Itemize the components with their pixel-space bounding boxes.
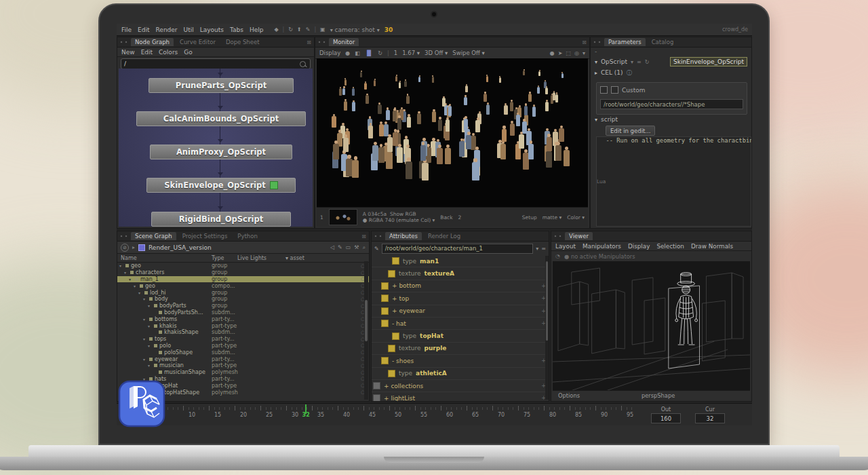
edit-in-gedit-button[interactable]: Edit in gedit...: [606, 126, 655, 136]
menu-item[interactable]: Render: [155, 26, 178, 33]
panel-tab[interactable]: Curve Editor: [176, 38, 220, 46]
expand-icon[interactable]: ▾: [595, 59, 597, 65]
menu-item[interactable]: Layouts: [199, 26, 224, 33]
target-icon[interactable]: ◎: [574, 50, 579, 56]
panel-tab[interactable]: Attributes: [385, 232, 422, 240]
panel-tab[interactable]: Scene Graph: [131, 232, 176, 240]
menu-item[interactable]: Selection: [656, 243, 684, 250]
attribute-row[interactable]: + collections +: [372, 380, 549, 392]
menu-item[interactable]: New: [121, 49, 135, 56]
scrollbar[interactable]: [364, 261, 368, 400]
panel-tab[interactable]: Node Graph: [131, 38, 174, 46]
panel-tab[interactable]: Parameters: [604, 38, 646, 46]
menu-item[interactable]: Manipulators: [583, 243, 621, 250]
menu-item[interactable]: Display: [628, 243, 650, 250]
location-path-field[interactable]: /root/world/geo/characters/man_1: [382, 244, 534, 254]
attribute-row[interactable]: - shoes +: [372, 355, 549, 367]
clock-icon[interactable]: ◔: [555, 253, 560, 259]
scrollbar[interactable]: [545, 256, 549, 400]
expand-icon[interactable]: ▸: [595, 70, 597, 76]
camera-name[interactable]: perspShape: [642, 392, 675, 399]
menu-item[interactable]: Draw Normals: [691, 243, 733, 250]
close-icon[interactable]: ⊠: [582, 39, 587, 45]
expand-icon[interactable]: ▸: [132, 244, 135, 250]
panel-tab[interactable]: Render Log: [424, 232, 465, 240]
out-frame-field[interactable]: Out 160: [651, 406, 681, 423]
back-label[interactable]: Back: [440, 214, 452, 221]
menu-item[interactable]: Colors: [159, 49, 178, 56]
refresh-icon[interactable]: ↻: [645, 59, 650, 65]
attribute-row[interactable]: + bottom +: [372, 280, 549, 292]
refresh-icon[interactable]: ↻: [378, 50, 382, 56]
color-dropdown[interactable]: Color ▾: [567, 214, 585, 221]
op-node[interactable]: RigidBind_OpScript: [151, 212, 291, 227]
search-icon[interactable]: ⌕: [363, 244, 366, 251]
cursor-icon[interactable]: ➤: [558, 50, 563, 56]
menu-icon[interactable]: ≡: [637, 59, 642, 65]
frame-field[interactable]: 1: [394, 50, 397, 56]
out-value[interactable]: 160: [651, 413, 681, 423]
dropdown-icon[interactable]: ▾: [536, 246, 538, 252]
catalog-thumbnail[interactable]: [329, 209, 357, 225]
attribute-row[interactable]: type man1 +: [372, 255, 549, 267]
split-icon[interactable]: ◧: [355, 50, 360, 56]
menu-item[interactable]: Tabs: [229, 26, 244, 33]
dropdown-icon[interactable]: ▾: [631, 59, 633, 65]
column-name[interactable]: Name: [121, 255, 137, 261]
back-icon[interactable]: ◁: [330, 244, 334, 251]
panel-handle-icon[interactable]: [374, 234, 383, 238]
opscript-header[interactable]: ▾ OpScript ▾ ≡ ↻ SkinEnvelope_OpScript: [591, 56, 751, 68]
matte-dropdown[interactable]: matte ▾: [542, 214, 562, 221]
attribute-row[interactable]: type topHat +: [372, 330, 549, 342]
lock-icon[interactable]: ▣: [320, 26, 326, 33]
cur-frame-field[interactable]: Cur 32: [695, 406, 725, 423]
pause-icon[interactable]: ▐▌: [365, 50, 373, 56]
dropdown-icon[interactable]: ▾: [583, 50, 585, 56]
panel-handle-icon[interactable]: [318, 40, 327, 44]
options-button[interactable]: Options: [558, 392, 580, 399]
channel-dropdown[interactable]: ● RGBA 740 (emulate Col) ▾: [363, 218, 435, 223]
pencil-icon[interactable]: ✎: [338, 244, 342, 251]
flag-icon[interactable]: ◆: [274, 26, 278, 33]
script-editor[interactable]: Lua -- Run on all geometry for the chara…: [596, 136, 751, 227]
frame-icon[interactable]: ⬚: [566, 50, 571, 56]
node-graph-canvas[interactable]: PruneParts_OpScript CalcAnimBounds_OpScr…: [119, 69, 313, 227]
menu-item[interactable]: Edit: [137, 26, 150, 33]
panel-tab[interactable]: Viewer: [565, 232, 593, 240]
setup-label[interactable]: Setup: [522, 214, 537, 221]
panel-tab[interactable]: Python: [233, 232, 261, 240]
menu-item[interactable]: Go: [184, 49, 192, 56]
toolbar-icons[interactable]: ◆ | ↻ ⬆ ✎ | ▣: [274, 26, 325, 33]
render-view[interactable]: [317, 58, 588, 208]
wrench-icon[interactable]: ⚒: [354, 244, 359, 251]
node-search[interactable]: [121, 58, 311, 69]
cel-header[interactable]: ▸ CEL (1) ⓘ: [591, 68, 751, 77]
script-section[interactable]: ▾ script: [591, 115, 622, 124]
op-node[interactable]: SkinEnvelope_OpScript: [146, 178, 296, 193]
attribute-row[interactable]: + eyewear +: [372, 305, 549, 318]
pencil-icon[interactable]: ✎: [374, 246, 379, 252]
search-input[interactable]: [121, 60, 296, 67]
attribute-row[interactable]: + top +: [372, 292, 549, 305]
dot-icon[interactable]: ●: [550, 50, 555, 56]
attribute-row[interactable]: texture purple +: [372, 343, 549, 355]
panel-handle-icon[interactable]: [120, 234, 129, 238]
zoom-dropdown[interactable]: 1.67 ▾: [402, 50, 420, 56]
cel-value-input[interactable]: /root/world/geo/characters//*Shape: [600, 99, 743, 109]
panel-handle-icon[interactable]: [554, 234, 563, 238]
panel-handle-icon[interactable]: [593, 40, 602, 44]
edit-icon[interactable]: ✎: [306, 26, 311, 33]
op-node[interactable]: CalcAnimBounds_OpScript: [136, 111, 306, 126]
working-set-icon[interactable]: ⊘: [121, 244, 129, 252]
panel-handle-icon[interactable]: [120, 40, 129, 44]
op-node[interactable]: PruneParts_OpScript: [149, 78, 294, 93]
attribute-row[interactable]: type athleticA +: [372, 368, 549, 380]
checkbox-icon[interactable]: [611, 86, 618, 94]
panel-tab[interactable]: Project Settings: [178, 232, 232, 240]
up-icon[interactable]: ⬆: [297, 26, 302, 33]
menu-item[interactable]: File: [121, 26, 132, 33]
panel-icon[interactable]: ▭: [346, 244, 351, 251]
cur-value[interactable]: 32: [695, 413, 725, 423]
collapse-icon[interactable]: ▾: [595, 117, 597, 123]
timeline[interactable]: 101520253035404550556065707580859095 32 …: [117, 403, 752, 425]
